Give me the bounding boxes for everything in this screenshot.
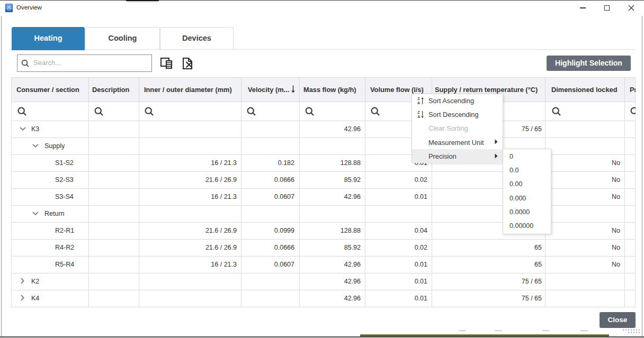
svg-text:Z: Z (418, 111, 420, 114)
svg-text:A: A (417, 115, 420, 118)
svg-text:R: R (7, 5, 11, 10)
svg-text:Z: Z (418, 97, 420, 101)
svg-text:A: A (417, 101, 420, 105)
